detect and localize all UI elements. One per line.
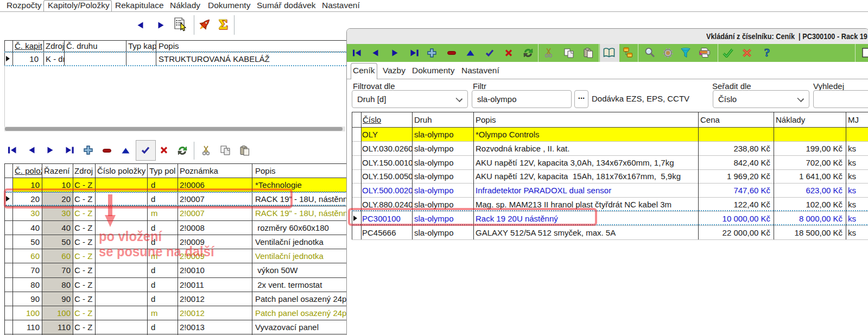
svg-text:Σ: Σ — [219, 18, 227, 31]
svg-text:?: ? — [764, 47, 770, 59]
